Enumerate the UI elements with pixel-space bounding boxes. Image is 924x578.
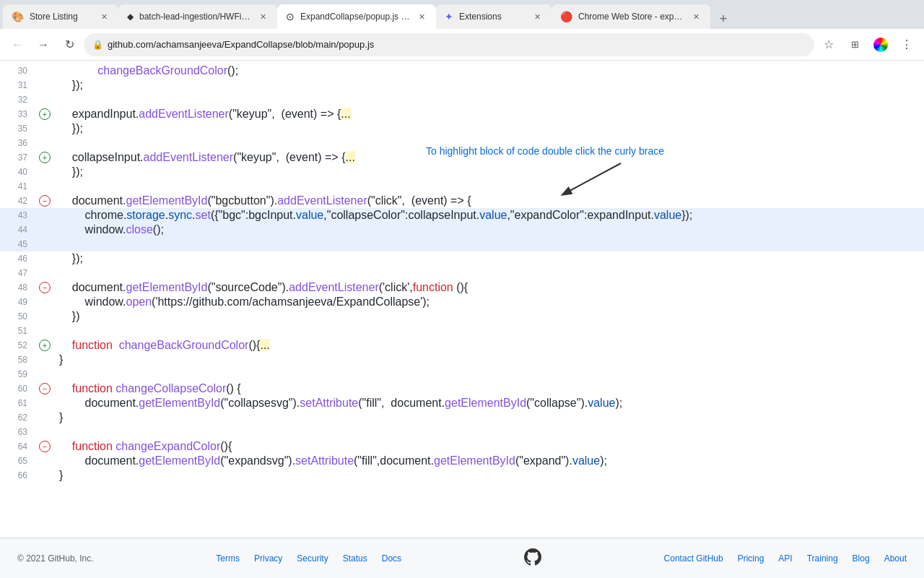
collapse-button-48[interactable]: − — [39, 282, 51, 293]
line-icon — [36, 367, 53, 381]
tab-store-listing[interactable]: 🎨 Store Listing ✕ — [3, 4, 118, 29]
expand-button-37[interactable]: + — [39, 152, 51, 163]
tab-favicon-gh: ⊙ — [286, 11, 295, 22]
line-content: function changeBackGroundColor(){... — [53, 338, 924, 353]
address-bar[interactable]: 🔒 github.com/achamsanjeeva/ExpandCollaps… — [84, 33, 814, 56]
line-number: 60 — [0, 381, 36, 396]
code-row: 46 }); — [0, 251, 924, 266]
code-row: 47 — [0, 266, 924, 280]
tab-extensions[interactable]: ✦ Extensions ✕ — [436, 4, 552, 29]
line-number: 62 — [0, 410, 36, 425]
new-tab-button[interactable]: + — [713, 9, 733, 29]
tab-favicon-extensions: ✦ — [445, 11, 453, 22]
footer-links: Terms Privacy Security Status Docs — [216, 553, 401, 564]
code-view: 30 changeBackGroundColor(); 31 }); 32 — [0, 61, 924, 529]
menu-button[interactable]: ⋮ — [895, 33, 918, 56]
line-content — [53, 237, 924, 251]
expand-button-52[interactable]: + — [39, 340, 51, 351]
line-content — [53, 266, 924, 280]
expand-button-33[interactable]: + — [39, 108, 51, 120]
line-icon — [36, 179, 53, 194]
line-content: }); — [53, 251, 924, 266]
code-row: 41 — [0, 179, 924, 194]
tab-close-store[interactable]: ✕ — [98, 11, 110, 22]
line-content: }); — [53, 165, 924, 179]
code-row: 63 — [0, 425, 924, 439]
line-collapse-icon-48[interactable]: − — [36, 280, 53, 295]
code-row: 42 − document.getElementById("bgcbutton"… — [0, 194, 924, 208]
collapse-button-42[interactable]: − — [39, 195, 51, 207]
tab-bar: 🎨 Store Listing ✕ ◆ batch-lead-ingestion… — [0, 0, 924, 29]
footer-copyright: © 2021 GitHub, Inc. — [17, 553, 94, 564]
line-number: 45 — [0, 237, 36, 251]
toolbar: ← → ↻ 🔒 github.com/achamsanjeeva/ExpandC… — [0, 29, 924, 61]
tab-expandcollapse[interactable]: ⊙ ExpandCollapse/popup.js at m... ✕ — [277, 4, 436, 29]
code-scroll-area[interactable]: To highlight block of code double click … — [0, 61, 924, 538]
line-collapse-icon-64[interactable]: − — [36, 439, 53, 454]
collapse-button-60[interactable]: − — [39, 383, 51, 394]
tab-favicon-batch: ◆ — [127, 12, 134, 22]
tab-chrome-web-store[interactable]: 🔴 Chrome Web Store - expand &... ✕ — [552, 4, 710, 29]
tab-batch-lead[interactable]: ◆ batch-lead-ingestion/HWFileM... ✕ — [118, 4, 277, 29]
line-number: 40 — [0, 165, 36, 179]
code-row: 65 document.getElementById("expandsvg").… — [0, 454, 924, 468]
line-collapse-icon-60[interactable]: − — [36, 381, 53, 396]
line-number: 52 — [0, 338, 36, 353]
line-collapse-icon-42[interactable]: − — [36, 194, 53, 208]
tab-close-batch[interactable]: ✕ — [257, 11, 269, 22]
lock-icon: 🔒 — [92, 40, 103, 50]
line-content: window.close(); — [53, 223, 924, 237]
line-number: 64 — [0, 439, 36, 454]
line-icon — [36, 468, 53, 483]
svg-line-0 — [563, 163, 621, 194]
code-row-selected: 45 — [0, 237, 924, 251]
line-number: 35 — [0, 121, 36, 136]
footer-link-docs[interactable]: Docs — [382, 553, 401, 564]
collapse-button-64[interactable]: − — [39, 441, 51, 452]
forward-button[interactable]: → — [32, 33, 55, 56]
line-icon — [36, 410, 53, 425]
color-picker-button[interactable] — [869, 33, 892, 56]
tab-close-expandcollapse[interactable]: ✕ — [416, 11, 427, 22]
bookmark-button[interactable]: ☆ — [817, 33, 840, 56]
line-number: 36 — [0, 136, 36, 150]
line-content: } — [53, 410, 924, 425]
line-number: 32 — [0, 92, 36, 107]
tab-close-cws[interactable]: ✕ — [690, 11, 702, 22]
footer-link-training[interactable]: Training — [807, 553, 838, 564]
tab-close-extensions[interactable]: ✕ — [531, 11, 543, 22]
code-row: 58 } — [0, 353, 924, 367]
footer-link-contact[interactable]: Contact GitHub — [664, 553, 723, 564]
empty-space — [0, 483, 924, 526]
reload-button[interactable]: ↻ — [58, 33, 81, 56]
code-row: 66 } — [0, 468, 924, 483]
footer-link-terms[interactable]: Terms — [216, 553, 240, 564]
line-expand-icon-33[interactable]: + — [36, 107, 53, 121]
annotation-container: To highlight block of code double click … — [426, 145, 664, 157]
footer-link-blog[interactable]: Blog — [853, 553, 870, 564]
line-expand-icon-52[interactable]: + — [36, 338, 53, 353]
line-number: 47 — [0, 266, 36, 280]
line-expand-icon-37[interactable]: + — [36, 150, 53, 165]
line-icon — [36, 208, 53, 223]
tab-title-cws: Chrome Web Store - expand &... — [578, 12, 684, 22]
line-number: 48 — [0, 280, 36, 295]
line-number: 30 — [0, 64, 36, 78]
footer-link-status[interactable]: Status — [343, 553, 367, 564]
back-button[interactable]: ← — [6, 33, 29, 56]
line-content: chrome.storage.sync.set({"bgc":bgcInput.… — [53, 208, 924, 223]
footer-link-about[interactable]: About — [884, 553, 907, 564]
line-number: 42 — [0, 194, 36, 208]
footer-link-privacy[interactable]: Privacy — [254, 553, 282, 564]
footer-link-security[interactable]: Security — [297, 553, 328, 564]
footer-link-api[interactable]: API — [778, 553, 792, 564]
line-icon — [36, 425, 53, 439]
code-row: 35 }); — [0, 121, 924, 136]
footer-link-pricing[interactable]: Pricing — [738, 553, 764, 564]
extension-button[interactable]: ⊞ — [843, 33, 866, 56]
code-row: 40 }); — [0, 165, 924, 179]
line-content: document.getElementById("expandsvg").set… — [53, 454, 924, 468]
footer-logo-container — [524, 548, 541, 568]
line-content: }); — [53, 78, 924, 92]
line-icon — [36, 251, 53, 266]
